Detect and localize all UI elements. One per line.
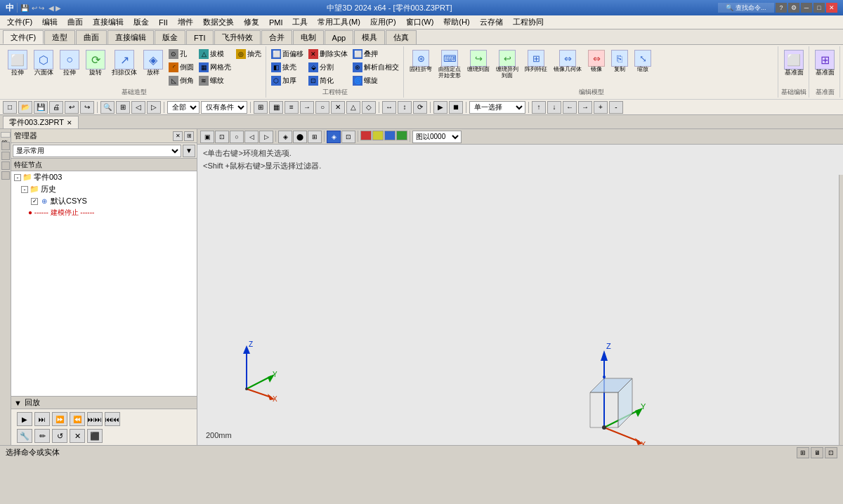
color-swatch-green[interactable] bbox=[396, 131, 407, 140]
status-screen-icon[interactable]: 🖥 bbox=[811, 447, 823, 458]
play-next-btn[interactable]: ⏭ bbox=[34, 412, 50, 426]
menu-tools[interactable]: 工具 bbox=[288, 15, 312, 29]
settings-icon[interactable]: ⚙ bbox=[788, 3, 799, 13]
viewport[interactable]: ▣ ⊡ ○ ◁ ▷ ◈ ⬤ ⊞ ◈ ⊡ 图以0000 bbox=[197, 129, 843, 445]
action-reset-btn[interactable]: ↺ bbox=[52, 429, 67, 443]
menu-repair[interactable]: 修复 bbox=[240, 15, 263, 29]
color-swatch-yellow[interactable] bbox=[372, 131, 384, 140]
ribbon-btn-extrude[interactable]: ⬜ 拉伸 bbox=[5, 48, 30, 79]
play-skip-back-btn[interactable]: ⏪ bbox=[70, 412, 85, 426]
ribbon-btn-mirror[interactable]: ⇔ 镜像 bbox=[585, 48, 608, 75]
file-tab-close[interactable]: ✕ bbox=[67, 119, 72, 126]
status-layout-icon[interactable]: ⊡ bbox=[825, 447, 837, 458]
tab-modeling[interactable]: 造型 bbox=[44, 30, 75, 44]
menu-fii[interactable]: FII bbox=[155, 17, 172, 28]
quick-redo-icon[interactable]: ↪ bbox=[39, 4, 44, 12]
qb-r3[interactable]: ← bbox=[563, 101, 577, 114]
menu-pmi[interactable]: PMI bbox=[265, 17, 287, 28]
panel-tab-2[interactable] bbox=[1, 142, 10, 150]
view-btn-4[interactable]: ◁ bbox=[244, 131, 259, 143]
qb-sym1[interactable]: ↔ bbox=[382, 101, 396, 114]
qb-sym2[interactable]: ↕ bbox=[398, 101, 412, 114]
select-mode[interactable]: 单一选择 bbox=[469, 101, 525, 114]
qb-more8[interactable]: ◇ bbox=[362, 101, 376, 114]
checkbox-csys[interactable]: ✓ bbox=[31, 198, 38, 205]
status-grid-icon[interactable]: ⊞ bbox=[797, 447, 809, 458]
expand-history[interactable]: - bbox=[21, 186, 28, 193]
help-icon[interactable]: ? bbox=[776, 3, 787, 13]
expand-root[interactable]: - bbox=[14, 174, 21, 181]
ribbon-btn-pattern[interactable]: ⊞ 阵列特征 bbox=[522, 48, 550, 75]
tab-direct-edit[interactable]: 直接编辑 bbox=[107, 30, 154, 44]
ribbon-btn-draft[interactable]: △ 拔模 bbox=[197, 48, 233, 60]
menu-app[interactable]: 应用(P) bbox=[366, 15, 400, 29]
ribbon-btn-hole[interactable]: ⊙ 孔 bbox=[166, 48, 196, 60]
play-fast-forward-btn[interactable]: ⏭⏭ bbox=[87, 412, 103, 426]
panel-tab-4[interactable] bbox=[1, 161, 10, 170]
menu-direct-edit[interactable]: 直接编辑 bbox=[89, 15, 128, 29]
tab-cam[interactable]: 估真 bbox=[386, 30, 417, 44]
view-btn-6[interactable]: ◈ bbox=[278, 131, 292, 143]
menu-help[interactable]: 帮助(H) bbox=[439, 15, 473, 29]
ribbon-btn-fillet[interactable]: ◜ 倒圆 bbox=[166, 61, 196, 74]
tree-item-stop[interactable]: ● ------ 建模停止 ------ bbox=[11, 207, 197, 218]
ribbon-btn-thread[interactable]: ≋ 螺纹 bbox=[197, 74, 233, 87]
ribbon-btn-wrap-col[interactable]: ↩ 缠绕异列到面 bbox=[493, 48, 521, 81]
qb-more5[interactable]: ○ bbox=[315, 101, 329, 114]
ribbon-btn-wrap-to-face[interactable]: ↪ 缠绕到面 bbox=[464, 48, 492, 75]
qb-fit[interactable]: ⊞ bbox=[116, 101, 130, 114]
ribbon-btn-chamfer[interactable]: ◺ 倒角 bbox=[166, 74, 196, 87]
tab-tools2[interactable]: App bbox=[325, 30, 354, 44]
menu-window[interactable]: 窗口(W) bbox=[402, 15, 438, 29]
play-start-btn[interactable]: ▶ bbox=[17, 412, 32, 426]
ribbon-btn-shell[interactable]: ◎ 抽壳 bbox=[234, 48, 263, 60]
minimize-button[interactable]: ─ bbox=[801, 3, 812, 13]
ribbon-btn-analyze-self-intersect[interactable]: ⊛ 解析自相交 bbox=[351, 61, 401, 74]
ribbon-btn-press[interactable]: ⬜ 叠押 bbox=[351, 48, 401, 60]
collapse-arrow[interactable]: ▼ bbox=[14, 399, 22, 407]
qb-view1[interactable]: ◁ bbox=[131, 101, 145, 114]
view-btn-2[interactable]: ⊡ bbox=[215, 131, 229, 143]
ribbon-btn-simplify[interactable]: ⊡ 简化 bbox=[306, 74, 350, 87]
action-settings-btn[interactable]: 🔧 bbox=[17, 429, 32, 443]
qb-zoom[interactable]: 🔍 bbox=[100, 101, 115, 114]
qb-more7[interactable]: △ bbox=[346, 101, 360, 114]
tree-item-root[interactable]: - 📁 零件003 bbox=[11, 171, 197, 183]
tab-mold[interactable]: 模具 bbox=[354, 30, 385, 44]
qb-r4[interactable]: → bbox=[578, 101, 592, 114]
menu-file[interactable]: 文件(F) bbox=[3, 15, 37, 29]
menu-common-tools[interactable]: 常用工具(M) bbox=[313, 15, 365, 29]
action-edit-btn[interactable]: ✏ bbox=[34, 429, 50, 443]
play-skip-forward-btn[interactable]: ⏩ bbox=[52, 412, 67, 426]
ribbon-btn-revolve[interactable]: ○ 拉伸 bbox=[57, 48, 82, 79]
close-button[interactable]: ✕ bbox=[826, 3, 837, 13]
qb-print[interactable]: 🖨 bbox=[49, 101, 63, 114]
viewport-canvas[interactable]: Z Y X bbox=[197, 175, 843, 445]
view-btn-3[interactable]: ○ bbox=[230, 131, 244, 143]
ribbon-btn-spiral[interactable]: 🌀 螺旋 bbox=[351, 74, 401, 87]
qb-view2[interactable]: ▷ bbox=[147, 101, 161, 114]
ribbon-btn-deform[interactable]: ⌨ 由指定点开始变形 bbox=[436, 48, 464, 81]
ribbon-btn-extract-shell[interactable]: ◧ 拔壳 bbox=[269, 61, 306, 74]
ribbon-btn-hexahedron[interactable]: ⬡ 六面体 bbox=[31, 48, 56, 79]
menu-engineering[interactable]: 工程协同 bbox=[509, 15, 548, 29]
filter-select-all[interactable]: 全部 bbox=[167, 101, 200, 114]
ribbon-btn-thicken[interactable]: ⬡ 加厚 bbox=[269, 74, 306, 87]
ribbon-btn-scale[interactable]: ⤡ 缩放 bbox=[632, 48, 654, 75]
ribbon-btn-face-offset[interactable]: ⬜ 面偏移 bbox=[269, 48, 306, 60]
tab-sheet-metal[interactable]: 版金 bbox=[155, 30, 185, 44]
menu-data-exchange[interactable]: 数据交换 bbox=[199, 15, 238, 29]
quick-arrow-left[interactable]: ◀ bbox=[48, 4, 54, 12]
action-stop-btn[interactable]: ⬛ bbox=[87, 429, 103, 443]
menu-edit[interactable]: 编辑 bbox=[38, 15, 62, 29]
panel-tab-5[interactable] bbox=[1, 171, 10, 180]
view-btn-5[interactable]: ▷ bbox=[259, 131, 273, 143]
qb-more4[interactable]: → bbox=[300, 101, 314, 114]
ribbon-btn-loft[interactable]: ◈ 放样 bbox=[140, 48, 166, 79]
search-icon[interactable]: 🔍 查找命令... bbox=[718, 3, 774, 13]
tab-electronics[interactable]: 电制 bbox=[293, 30, 324, 44]
qb-more3[interactable]: ≡ bbox=[285, 101, 299, 114]
panel-tab-manager[interactable]: 管 bbox=[1, 132, 11, 138]
ribbon-btn-copy[interactable]: ⎘ 复制 bbox=[608, 48, 631, 75]
panel-tab-3[interactable] bbox=[1, 152, 10, 160]
